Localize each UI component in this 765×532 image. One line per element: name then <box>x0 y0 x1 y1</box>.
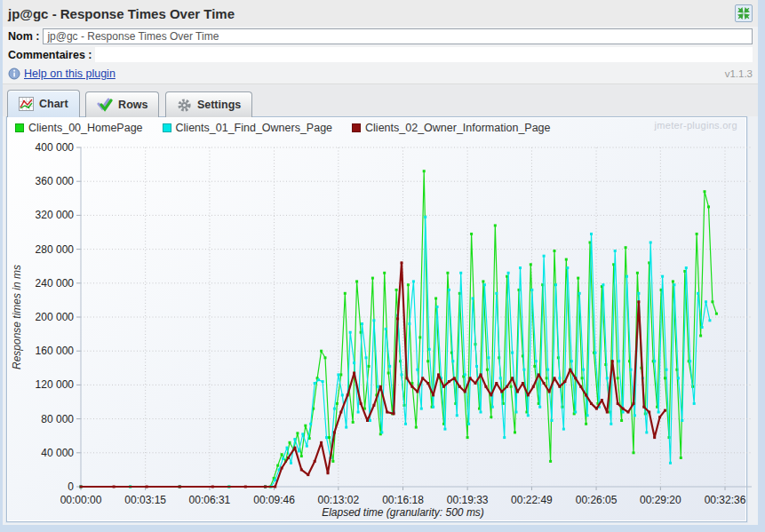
page-title: jp@gc - Response Times Over Time <box>8 6 735 21</box>
legend-label: Clients_01_Find_Owners_Page <box>176 122 333 134</box>
legend-label: Clients_02_Owner_Information_Page <box>365 122 550 134</box>
svg-text:Response times in ms: Response times in ms <box>11 265 23 369</box>
comments-label: Commentaires : <box>8 49 92 61</box>
tab-settings-label: Settings <box>197 99 241 111</box>
svg-text:Elapsed time (granularity: 500: Elapsed time (granularity: 500 ms) <box>322 506 484 519</box>
svg-text:00:13:02: 00:13:02 <box>317 494 359 506</box>
svg-text:00:22:49: 00:22:49 <box>511 494 553 506</box>
svg-text:280 000: 280 000 <box>36 243 75 256</box>
svg-text:00:09:46: 00:09:46 <box>253 494 295 506</box>
name-label: Nom : <box>8 30 39 43</box>
svg-text:00:32:36: 00:32:36 <box>705 494 746 506</box>
info-icon <box>8 67 20 80</box>
tab-rows[interactable]: Rows <box>85 91 159 117</box>
legend-swatch-darkred <box>352 123 361 132</box>
svg-text:00:16:18: 00:16:18 <box>382 494 424 506</box>
legend-label: Clients_00_HomePage <box>28 122 143 134</box>
collapse-arrows-icon <box>736 5 752 21</box>
collapse-expand-button[interactable] <box>735 4 753 22</box>
svg-text:00:06:31: 00:06:31 <box>189 494 231 506</box>
rows-tab-icon <box>97 98 113 112</box>
svg-text:80 000: 80 000 <box>41 413 74 425</box>
titlebar: jp@gc - Response Times Over Time <box>3 0 758 27</box>
svg-text:320 000: 320 000 <box>36 209 75 221</box>
help-link[interactable]: Help on this plugin <box>24 67 116 80</box>
svg-text:240 000: 240 000 <box>36 277 75 290</box>
legend-item: Clients_01_Find_Owners_Page <box>163 122 333 134</box>
svg-text:40 000: 40 000 <box>41 447 74 459</box>
svg-text:360 000: 360 000 <box>36 175 75 187</box>
name-input[interactable] <box>43 28 753 44</box>
chart-legend: Clients_00_HomePage Clients_01_Find_Owne… <box>15 122 551 134</box>
tab-strip: Chart Rows Settings <box>3 83 758 116</box>
tab-chart[interactable]: Chart <box>7 90 80 117</box>
svg-text:00:03:15: 00:03:15 <box>124 494 166 506</box>
plugin-window: jp@gc - Response Times Over Time Nom : C… <box>0 0 765 532</box>
chart-plot: 040 00080 000120 000160 000200 000240 00… <box>8 137 757 524</box>
tab-rows-label: Rows <box>118 99 147 111</box>
svg-text:0: 0 <box>68 480 74 493</box>
svg-text:120 000: 120 000 <box>36 378 75 391</box>
svg-text:00:19:33: 00:19:33 <box>447 494 489 506</box>
version-label: v1.1.3 <box>725 68 753 79</box>
comments-row: Commentaires : <box>3 45 758 64</box>
svg-text:400 000: 400 000 <box>36 141 75 154</box>
chart-tab-icon <box>19 97 34 111</box>
legend-swatch-green <box>15 123 24 132</box>
comments-field[interactable] <box>95 47 753 62</box>
tab-chart-label: Chart <box>39 98 68 110</box>
legend-swatch-cyan <box>163 123 171 132</box>
svg-text:160 000: 160 000 <box>36 345 75 357</box>
watermark: jmeter-plugins.org <box>655 120 737 131</box>
chart-canvas: 040 00080 000120 000160 000200 000240 00… <box>8 137 757 520</box>
svg-text:200 000: 200 000 <box>36 311 75 323</box>
legend-item: Clients_00_HomePage <box>15 122 143 134</box>
help-row: Help on this plugin v1.1.3 <box>3 64 758 83</box>
name-row: Nom : <box>3 27 758 45</box>
svg-text:00:00:00: 00:00:00 <box>60 494 102 506</box>
svg-text:00:26:05: 00:26:05 <box>576 494 618 506</box>
tab-settings[interactable]: Settings <box>165 91 252 117</box>
settings-gear-icon <box>177 98 192 113</box>
chart-panel: Clients_00_HomePage Clients_01_Find_Owne… <box>6 116 747 522</box>
legend-item: Clients_02_Owner_Information_Page <box>352 122 550 134</box>
svg-text:00:29:20: 00:29:20 <box>640 494 681 506</box>
